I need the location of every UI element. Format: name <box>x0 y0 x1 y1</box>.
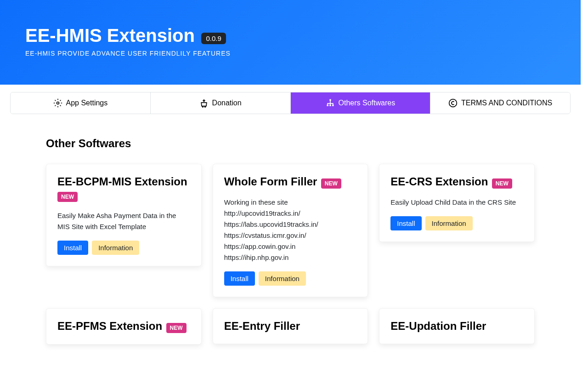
tab-label: TERMS AND CONDITIONS <box>461 99 552 107</box>
tab-others-softwares[interactable]: Others Softwares <box>291 92 431 114</box>
tab-app-settings[interactable]: App Settings <box>11 92 151 114</box>
svg-point-7 <box>449 99 457 107</box>
new-badge: NEW <box>321 178 341 189</box>
hero-banner: EE-HMIS Extension 0.0.9 EE-HMIS PROVIDE … <box>0 0 581 85</box>
card-buttons: Install Information <box>390 216 523 230</box>
tab-label: Others Softwares <box>339 99 396 107</box>
svg-rect-4 <box>327 104 328 106</box>
install-button[interactable]: Install <box>390 216 421 230</box>
svg-point-1 <box>202 107 203 108</box>
tab-terms-and-conditions[interactable]: TERMS AND CONDITIONS <box>430 92 570 114</box>
card-description: Working in these site http://upcovid19tr… <box>224 197 357 263</box>
card-ee-entry-filler: EE-Entry Filler <box>213 308 368 344</box>
tab-label: App Settings <box>66 99 108 107</box>
svg-rect-3 <box>329 99 331 101</box>
content: Other Softwares EE-BCPM-MIS Extension NE… <box>0 114 581 365</box>
svg-point-2 <box>204 107 205 108</box>
card-title: EE-PFMS Extension <box>57 320 162 332</box>
tab-donation[interactable]: Donation <box>151 92 291 114</box>
svg-rect-5 <box>329 104 331 106</box>
svg-rect-6 <box>332 104 334 106</box>
card-ee-updation-filler: EE-Updation Filler <box>379 308 535 344</box>
donation-icon <box>199 98 209 108</box>
tab-label: Donation <box>212 99 242 107</box>
tabs: App Settings Donation <box>10 92 571 114</box>
new-badge: NEW <box>492 178 512 189</box>
card-whole-form-filler: Whole Form Filler NEW Working in these s… <box>213 164 368 297</box>
card-description: Easily Upload Child Data in the CRS Site <box>390 197 523 208</box>
tabs-container: App Settings Donation <box>0 85 581 114</box>
card-title: EE-CRS Extension <box>390 175 488 188</box>
information-button[interactable]: Information <box>92 241 139 255</box>
card-title: EE-Entry Filler <box>224 320 300 332</box>
app-title: EE-HMIS Extension <box>25 25 195 46</box>
card-buttons: Install Information <box>224 271 357 286</box>
gear-icon <box>53 98 62 108</box>
information-button[interactable]: Information <box>425 216 473 230</box>
card-title: Whole Form Filler <box>224 175 317 188</box>
section-title: Other Softwares <box>46 137 535 150</box>
svg-point-0 <box>57 102 59 104</box>
card-title: EE-Updation Filler <box>390 320 486 332</box>
information-button[interactable]: Information <box>259 271 306 286</box>
install-button[interactable]: Install <box>57 241 88 255</box>
cards-row-1: EE-BCPM-MIS Extension NEW Easily Make As… <box>46 164 535 297</box>
copyright-icon <box>448 98 458 108</box>
install-button[interactable]: Install <box>224 271 255 286</box>
cards-row-2: EE-PFMS Extension NEW EE-Entry Filler EE… <box>46 308 535 345</box>
card-title: EE-BCPM-MIS Extension <box>57 175 187 188</box>
card-ee-crs: EE-CRS Extension NEW Easily Upload Child… <box>379 164 535 242</box>
version-badge: 0.0.9 <box>201 33 226 44</box>
card-buttons: Install Information <box>57 241 190 255</box>
app-subtitle: EE-HMIS PROVIDE ADVANCE USER FRIENDLILY … <box>25 50 555 57</box>
card-description: Easily Make Asha Payment Data in the MIS… <box>57 210 190 232</box>
card-ee-pfms: EE-PFMS Extension NEW <box>46 308 202 345</box>
new-badge: NEW <box>57 192 78 202</box>
card-ee-bcpm-mis: EE-BCPM-MIS Extension NEW Easily Make As… <box>46 164 202 266</box>
hierarchy-icon <box>326 98 335 108</box>
new-badge: NEW <box>166 323 187 333</box>
